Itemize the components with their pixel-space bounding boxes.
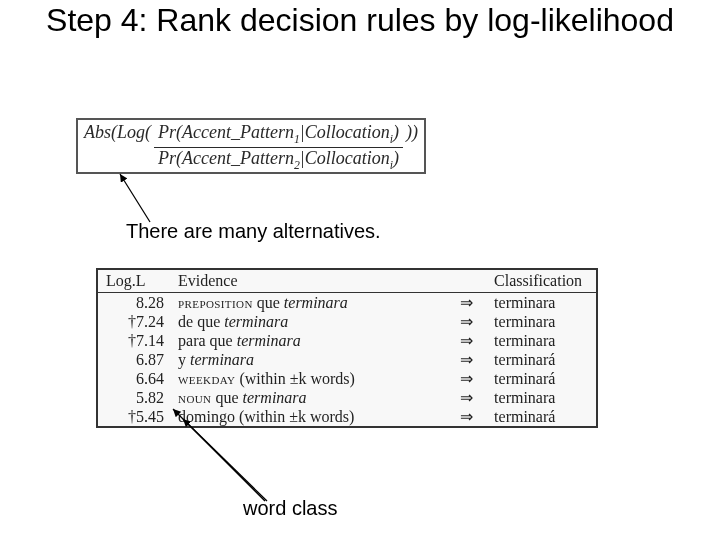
evidence-text: que — [253, 294, 284, 311]
col-evidence: Evidence — [170, 270, 446, 293]
col-logl: Log.L — [98, 270, 170, 293]
svg-line-2 — [183, 419, 267, 501]
evidence-italic: terminara — [237, 332, 301, 349]
evidence-text: (within ±k words) — [235, 370, 354, 387]
slide: Step 4: Rank decision rules by log-likel… — [0, 0, 720, 540]
cell-classification: terminará — [486, 369, 596, 388]
cell-classification: terminará — [486, 350, 596, 369]
formula-den-right: ) — [393, 148, 399, 168]
table-row: †7.14para que terminara⇒terminara — [98, 331, 596, 350]
formula-num-left: Pr(Accent_Pattern — [158, 122, 294, 142]
evidence-italic: terminara — [243, 389, 307, 406]
cell-logl: 8.28 — [98, 293, 170, 313]
cell-arrow: ⇒ — [446, 369, 486, 388]
log-likelihood-formula: Abs(Log(Pr(Accent_Pattern1|Collocationi)… — [76, 118, 572, 174]
evidence-text: que — [211, 389, 242, 406]
evidence-smallcaps: noun — [178, 389, 211, 406]
cell-evidence: y terminara — [170, 350, 446, 369]
cell-logl: †7.24 — [98, 312, 170, 331]
cell-arrow: ⇒ — [446, 312, 486, 331]
cell-arrow: ⇒ — [446, 350, 486, 369]
cell-logl: 6.64 — [98, 369, 170, 388]
formula-num-right: ) — [393, 122, 399, 142]
formula-fraction: Pr(Accent_Pattern1|Collocationi)Pr(Accen… — [154, 123, 403, 172]
cell-classification: terminara — [486, 331, 596, 350]
cell-classification: terminará — [486, 407, 596, 426]
cell-logl: †7.14 — [98, 331, 170, 350]
cell-classification: terminara — [486, 293, 596, 313]
evidence-text: y — [178, 351, 190, 368]
table-row: 6.64weekday (within ±k words)⇒terminará — [98, 369, 596, 388]
cell-logl: †5.45 — [98, 407, 170, 426]
evidence-italic: terminara — [284, 294, 348, 311]
cell-arrow: ⇒ — [446, 407, 486, 426]
evidence-text: para que — [178, 332, 237, 349]
cell-evidence: preposition que terminara — [170, 293, 446, 313]
evidence-italic: terminara — [224, 313, 288, 330]
evidence-italic: terminara — [190, 351, 254, 368]
cell-arrow: ⇒ — [446, 388, 486, 407]
cell-logl: 6.87 — [98, 350, 170, 369]
table-row: 6.87y terminara⇒terminará — [98, 350, 596, 369]
caption-alternatives: There are many alternatives. — [126, 220, 381, 243]
slide-title: Step 4: Rank decision rules by log-likel… — [20, 2, 700, 39]
cell-evidence: de que terminara — [170, 312, 446, 331]
formula-prefix: Abs(Log( — [84, 122, 151, 142]
cell-logl: 5.82 — [98, 388, 170, 407]
cell-classification: terminara — [486, 388, 596, 407]
cell-arrow: ⇒ — [446, 331, 486, 350]
cell-classification: terminara — [486, 312, 596, 331]
cell-evidence: weekday (within ±k words) — [170, 369, 446, 388]
table-header-row: Log.L Evidence Classification — [98, 270, 596, 293]
cell-arrow: ⇒ — [446, 293, 486, 313]
formula-den-left: Pr(Accent_Pattern — [158, 148, 294, 168]
evidence-smallcaps: preposition — [178, 294, 253, 311]
arrow-to-formula — [110, 170, 190, 225]
caption-word-class: word class — [243, 497, 337, 520]
formula-num-mid: |Collocation — [300, 122, 390, 142]
cell-evidence: para que terminara — [170, 331, 446, 350]
rules-table: Log.L Evidence Classification 8.28prepos… — [96, 268, 598, 428]
evidence-text: de que — [178, 313, 224, 330]
col-classification: Classification — [486, 270, 596, 293]
col-arrow — [446, 270, 486, 293]
table-row: †7.24de que terminara⇒terminara — [98, 312, 596, 331]
formula-suffix: )) — [406, 122, 418, 142]
table-row: 8.28preposition que terminara⇒terminara — [98, 293, 596, 313]
formula-den-mid: |Collocation — [300, 148, 390, 168]
evidence-smallcaps: weekday — [178, 370, 235, 387]
svg-line-0 — [120, 174, 150, 222]
